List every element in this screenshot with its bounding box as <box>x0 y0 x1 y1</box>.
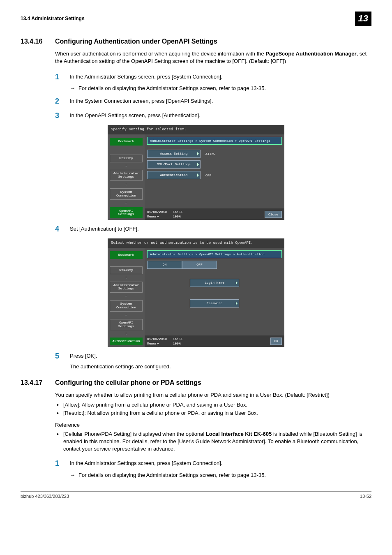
footer-right: 13-52 <box>360 493 371 500</box>
utility-button[interactable]: Utility <box>110 266 143 274</box>
reference-item-1: [Cellular Phone/PDA Setting] is displaye… <box>55 430 371 453</box>
access-setting-button[interactable]: Access Setting <box>147 150 201 158</box>
screenshot-authentication: Select whether or not authentication is … <box>108 238 284 347</box>
section-2-intro: You can specify whether to allow printin… <box>55 391 371 399</box>
admin-settings-button[interactable]: Administrator Settings <box>110 170 143 181</box>
chevron-down-icon: ↓ <box>125 313 127 317</box>
close-button[interactable]: Close <box>265 211 282 218</box>
step-2: 2 In the System Connection screen, press… <box>55 96 371 106</box>
step-3: 3 In the OpenAPI Settings screen, press … <box>55 111 371 121</box>
ok-button[interactable]: OK <box>270 338 282 345</box>
footer-left: bizhub 423/363/283/223 <box>21 493 69 500</box>
section-1-number: 13.4.16 <box>21 37 55 46</box>
sec2-step-1-text: In the Administrator Settings screen, pr… <box>70 458 371 469</box>
screen2-datetime: 01/09/2010 16:51 Memory 100% <box>147 337 182 346</box>
section-2-number: 13.4.17 <box>21 378 55 387</box>
authentication-crumb-button[interactable]: Authentication <box>110 338 143 345</box>
openapi-settings-button[interactable]: OpenAPI Settings <box>110 319 143 331</box>
utility-button[interactable]: Utility <box>110 155 143 162</box>
bullet-restrict: [Restrict]: Not allow printing from a ce… <box>55 409 371 417</box>
bookmark-button[interactable]: Bookmark <box>110 251 143 259</box>
breadcrumb: Administrator Settings > System Connecti… <box>147 137 282 145</box>
section-1-intro: When user authentication is performed or… <box>55 50 371 65</box>
ssl-port-settings-button[interactable]: SSL/Port Settings <box>147 160 201 169</box>
authentication-button[interactable]: Authentication <box>147 171 201 179</box>
step-1-text: In the Administrator Settings screen, pr… <box>70 72 371 82</box>
chevron-down-icon: ↓ <box>125 332 127 336</box>
screen1-title: Specify setting for selected item. <box>108 125 284 134</box>
screen1-datetime: 01/09/2010 16:51 Memory 100% <box>147 210 182 219</box>
section-1-heading: 13.4.16 Configuring Authentication under… <box>21 37 371 46</box>
chevron-down-icon: ↓ <box>125 164 127 168</box>
step-5: 5 Press [OK]. The authentication setting… <box>55 351 371 370</box>
access-setting-value: Allow <box>205 152 215 156</box>
chevron-down-icon: ↓ <box>125 276 127 280</box>
reference-heading: Reference <box>55 421 371 429</box>
bookmark-button[interactable]: Bookmark <box>110 138 143 146</box>
breadcrumb: Administrator Settings > OpenAPI Setting… <box>147 250 282 258</box>
step-5-text: Press [OK]. <box>70 352 371 360</box>
section-2-heading: 13.4.17 Configuring the cellular phone o… <box>21 378 371 387</box>
step-3-text: In the OpenAPI Settings screen, press [A… <box>70 111 371 121</box>
chevron-down-icon: ↓ <box>125 201 127 206</box>
chevron-down-icon: ↓ <box>125 183 127 187</box>
section-1-title: Configuring Authentication under OpenAPI… <box>55 37 217 46</box>
step-5-result: The authentication settings are configur… <box>70 363 371 370</box>
chevron-down-icon: ↓ <box>125 294 127 298</box>
system-connection-button[interactable]: System Connection <box>110 300 143 312</box>
bullet-allow: [Allow]: Allow printing from a cellular … <box>55 401 371 409</box>
step-4: 4 Set [Authentication] to [OFF]. <box>55 224 371 234</box>
authentication-value: OFF <box>205 173 211 178</box>
step-4-text: Set [Authentication] to [OFF]. <box>70 224 371 234</box>
step-1-sub: For details on displaying the Administra… <box>70 85 371 92</box>
page-footer: bizhub 423/363/283/223 13-52 <box>21 491 371 500</box>
auth-on-toggle[interactable]: ON <box>147 261 182 269</box>
step-1: 1 In the Administrator Settings screen, … <box>55 72 371 82</box>
openapi-settings-button[interactable]: OpenAPI Settings <box>110 207 143 219</box>
page-header: 13.4 Administrator Settings 13 <box>21 12 371 27</box>
reference-list: [Cellular Phone/PDA Setting] is displaye… <box>55 430 371 453</box>
chapter-badge: 13 <box>355 12 371 26</box>
allow-restrict-list: [Allow]: Allow printing from a cellular … <box>55 401 371 417</box>
step-2-text: In the System Connection screen, press [… <box>70 96 371 106</box>
header-left: 13.4 Administrator Settings <box>21 15 85 22</box>
section-2-title: Configuring the cellular phone or PDA se… <box>55 378 201 387</box>
system-connection-button[interactable]: System Connection <box>110 188 143 200</box>
auth-off-toggle[interactable]: OFF <box>182 261 217 269</box>
screen2-title: Select whether or not authentication is … <box>108 238 284 248</box>
password-field[interactable]: Password <box>190 299 239 308</box>
login-name-field[interactable]: Login Name <box>190 279 239 287</box>
screenshot-openapi-settings: Specify setting for selected item. Bookm… <box>108 125 284 220</box>
sec2-step-1: 1 In the Administrator Settings screen, … <box>55 458 371 469</box>
sec2-step-1-sub: For details on displaying the Administra… <box>70 472 371 479</box>
admin-settings-button[interactable]: Administrator Settings <box>110 282 143 293</box>
